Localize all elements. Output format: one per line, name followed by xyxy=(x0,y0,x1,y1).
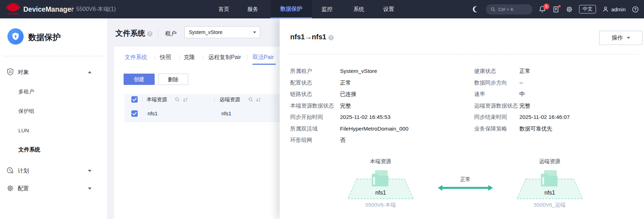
sidebar-title: 数据保护 xyxy=(28,32,61,43)
sidebar-group-label: 对象 xyxy=(18,69,29,76)
settings-gear-icon[interactable] xyxy=(566,6,573,13)
select-all-checkbox[interactable] xyxy=(131,96,138,103)
column-search-icon[interactable] xyxy=(175,97,180,104)
sidebar: 数据保护 对象 多租户 保护组 LUN 文件系统 计划 配置 xyxy=(0,18,108,219)
column-sort-icon[interactable] xyxy=(256,97,261,104)
nav-tab-services[interactable]: 服务 xyxy=(238,0,268,18)
create-button[interactable]: 创建 xyxy=(124,74,155,85)
tenant-select-value: System_vStore xyxy=(189,29,222,35)
field-row: 数据同步方向-- xyxy=(474,80,570,86)
help-icon[interactable]: ? xyxy=(632,6,639,13)
tab-clone[interactable]: 克隆 xyxy=(184,54,195,61)
svg-text:?: ? xyxy=(634,7,636,11)
nav-tab-data-protection[interactable]: 数据保护 xyxy=(270,0,312,18)
nav-tab-settings[interactable]: 设置 xyxy=(374,0,404,18)
link-status-label: 正常 xyxy=(438,176,493,183)
sidebar-item-protection-group[interactable]: 保护组 xyxy=(18,108,34,115)
huawei-logo-icon: HUAWEI xyxy=(6,2,20,16)
chevron-up-icon xyxy=(88,71,91,73)
detail-divider xyxy=(287,54,639,54)
column-sort-icon[interactable] xyxy=(183,97,188,104)
detail-fields-right: 健康状态正常 数据同步方向-- 速率中 远端资源数据状态完整 同步结束时间202… xyxy=(474,68,570,132)
chevron-down-icon xyxy=(88,188,91,190)
detail-fields-left: 所属租户System_vStore 配置状态正常 链路状态已连接 本端资源数据状… xyxy=(290,68,409,143)
remote-resource-title: 远端资源 xyxy=(514,158,585,165)
action-dropdown-button[interactable]: 操作 xyxy=(599,31,643,45)
alarm-bell-icon[interactable]: 5 xyxy=(538,5,546,13)
tab-filesystem[interactable]: 文件系统 xyxy=(125,54,147,61)
data-protection-shield-icon xyxy=(7,28,24,45)
sidebar-item-multitenant[interactable]: 多租户 xyxy=(18,88,34,95)
tab-divider xyxy=(179,55,180,60)
sidebar-item-lun[interactable]: LUN xyxy=(18,127,29,133)
cell-local-resource[interactable]: nfs1 xyxy=(148,110,157,116)
cell-remote-resource[interactable]: nfs1 xyxy=(221,110,231,116)
local-resource-title: 本端资源 xyxy=(345,158,416,165)
user-icon xyxy=(602,6,609,13)
header-cell-divider xyxy=(214,97,215,102)
tab-hypermetro-pair[interactable]: 双活Pair xyxy=(252,54,274,61)
tab-divider xyxy=(247,55,248,60)
local-device-name: 5500V6-本端 xyxy=(345,202,416,208)
field-row: 本端资源数据状态完整 xyxy=(290,103,409,109)
search-icon xyxy=(490,7,496,12)
pair-detail-panel: nfs1→nfs1 ? 操作 所属租户System_vStore 配置状态正常 … xyxy=(280,18,644,219)
language-switch[interactable]: 中文 xyxy=(579,5,596,13)
tab-divider xyxy=(203,55,203,60)
tab-remote-replication-pair[interactable]: 远程复制Pair xyxy=(208,54,241,61)
nav-tab-home[interactable]: 首页 xyxy=(209,0,239,18)
field-row: 所属租户System_vStore xyxy=(290,68,409,74)
local-resource-name: nfs1 xyxy=(345,190,416,196)
check-icon xyxy=(131,96,138,103)
chevron-down-icon xyxy=(88,170,91,172)
topbar-divider xyxy=(72,5,72,13)
remote-device-name: 5500V6_远端 xyxy=(514,202,585,208)
sidebar-group-plan[interactable]: 计划 xyxy=(0,166,108,177)
sync-link-arrow-icon xyxy=(438,185,493,191)
tab-snapshot[interactable]: 快照 xyxy=(160,54,171,61)
task-report-icon[interactable] xyxy=(552,6,560,13)
device-name: 5500V6-本端(1) xyxy=(76,0,116,18)
task-alert-dot xyxy=(558,5,561,7)
user-menu[interactable]: admin xyxy=(602,6,626,13)
filesystem-folder-icon xyxy=(370,170,391,188)
gear-icon xyxy=(6,184,14,194)
sidebar-group-label: 计划 xyxy=(18,167,29,175)
column-search-icon[interactable] xyxy=(248,97,254,104)
field-row: 速率中 xyxy=(474,91,570,97)
delete-button[interactable]: 删除 xyxy=(158,74,188,85)
field-row: 业务保障策略数据可靠优先 xyxy=(474,126,570,132)
help-icon[interactable]: ? xyxy=(147,31,153,36)
objects-shield-icon xyxy=(6,68,14,77)
active-tab-underline xyxy=(252,64,276,65)
alarm-count-badge: 5 xyxy=(543,4,549,10)
page-title: 文件系统 xyxy=(115,28,145,38)
pair-title: nfs1→nfs1 xyxy=(290,33,326,41)
action-label: 操作 xyxy=(612,34,623,42)
sidebar-group-config[interactable]: 配置 xyxy=(0,184,108,195)
help-icon[interactable]: ? xyxy=(328,35,334,40)
row-checkbox[interactable] xyxy=(131,110,138,117)
sidebar-item-filesystem[interactable]: 文件系统 xyxy=(18,146,40,154)
nav-tab-monitor[interactable]: 监控 xyxy=(312,0,342,18)
tenant-select[interactable]: System_vStore xyxy=(184,26,260,38)
field-row: 健康状态正常 xyxy=(474,68,570,74)
field-row: 同步结束时间2025-11-02 16:46:07 xyxy=(474,114,570,120)
sidebar-group-objects[interactable]: 对象 xyxy=(0,68,108,78)
check-icon xyxy=(131,110,138,117)
header-divider xyxy=(158,28,158,38)
header-cell-divider xyxy=(142,97,143,102)
search-shortcut: Ctrl + K xyxy=(498,7,514,12)
theme-toggle-icon[interactable] xyxy=(472,5,480,13)
brand-text: HUAWEI xyxy=(6,13,20,15)
sidebar-group-label: 配置 xyxy=(18,185,29,192)
field-row: 链路状态已连接 xyxy=(290,91,409,97)
tab-divider xyxy=(155,55,155,60)
nav-tab-system[interactable]: 系统 xyxy=(344,0,374,18)
sidebar-divider xyxy=(4,56,104,56)
column-local-resource: 本端资源 xyxy=(147,96,167,103)
chevron-down-icon xyxy=(627,37,630,39)
product-title: DeviceManager xyxy=(23,0,74,18)
tenant-label: 租户 xyxy=(165,30,177,38)
global-search[interactable]: Ctrl + K xyxy=(486,4,532,15)
